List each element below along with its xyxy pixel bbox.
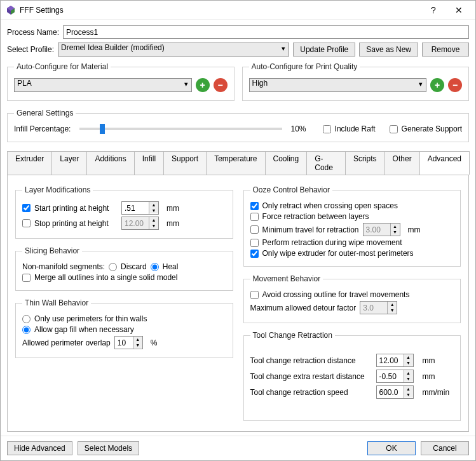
perimeter-overlap-unit: % — [151, 338, 158, 347]
tab-scripts[interactable]: Scripts — [345, 151, 385, 175]
infill-percentage-label: Infill Percentage: — [14, 124, 71, 133]
discard-radio[interactable] — [109, 263, 117, 271]
tc-speed-label: Tool change retraction speed — [250, 388, 371, 397]
movement-behavior-legend: Movement Behavior — [250, 274, 323, 283]
stop-printing-label: Stop printing at height — [34, 219, 109, 228]
auto-configure-quality-legend: Auto-Configure for Print Quality — [249, 62, 360, 71]
stop-printing-checkbox[interactable] — [22, 219, 31, 227]
stop-height-spinner: ▲▼ — [121, 217, 159, 230]
start-printing-checkbox[interactable] — [22, 204, 31, 212]
non-manifold-label: Non-manifold segments: — [22, 262, 105, 271]
update-profile-button[interactable]: Update Profile — [293, 43, 355, 57]
process-name-input[interactable] — [63, 25, 469, 39]
tc-speed-spinner[interactable]: ▲▼ — [376, 385, 414, 399]
tab-additions[interactable]: Additions — [86, 151, 134, 175]
perimeter-overlap-spinner[interactable]: ▲▼ — [114, 336, 143, 349]
only-retract-label: Only retract when crossing open spaces — [262, 201, 398, 210]
force-retraction-checkbox[interactable] — [250, 213, 259, 221]
generate-support-checkbox[interactable] — [390, 125, 398, 133]
auto-configure-material-legend: Auto-Configure for Material — [14, 62, 111, 71]
gap-fill-radio[interactable] — [22, 326, 31, 334]
tab-g-code[interactable]: G-Code — [306, 151, 346, 175]
tab-cooling[interactable]: Cooling — [265, 151, 308, 175]
avoid-crossing-label: Avoid crossing outline for travel moveme… — [262, 290, 410, 299]
movement-behavior-group: Movement Behavior Avoid crossing outline… — [243, 274, 461, 323]
force-retraction-label: Force retraction between layers — [262, 212, 369, 221]
tc-extra-spinner[interactable]: ▲▼ — [376, 370, 414, 383]
select-models-button[interactable]: Select Models — [78, 441, 139, 455]
include-raft-checkbox[interactable] — [323, 125, 331, 133]
app-logo-icon — [6, 5, 16, 15]
window-title: FFF Settings — [20, 6, 421, 15]
thin-wall-behavior-group: Thin Wall Behavior Only use perimeters f… — [15, 298, 233, 358]
tc-speed-unit: mm/min — [423, 388, 450, 397]
include-raft-label: Include Raft — [335, 124, 376, 133]
remove-quality-button[interactable]: − — [448, 78, 462, 92]
add-quality-button[interactable]: + — [430, 78, 444, 92]
quality-select[interactable]: High — [249, 78, 427, 92]
tab-extruder[interactable]: Extruder — [7, 151, 52, 175]
remove-material-button[interactable]: − — [214, 78, 228, 92]
cancel-button[interactable]: Cancel — [421, 441, 469, 455]
only-retract-checkbox[interactable] — [250, 202, 259, 210]
auto-configure-material-group: Auto-Configure for Material PLA + − — [7, 62, 235, 101]
tc-extra-unit: mm — [423, 372, 435, 381]
tc-distance-unit: mm — [423, 356, 435, 365]
infill-slider-thumb[interactable] — [100, 124, 105, 134]
layer-modifications-legend: Layer Modifications — [22, 185, 93, 194]
tab-temperature[interactable]: Temperature — [206, 151, 265, 175]
thin-wall-behavior-legend: Thin Wall Behavior — [22, 298, 91, 307]
tab-infill[interactable]: Infill — [134, 151, 164, 175]
tool-change-retraction-legend: Tool Change Retraction — [250, 331, 335, 340]
slicing-behavior-legend: Slicing Behavior — [22, 246, 82, 255]
auto-configure-quality-group: Auto-Configure for Print Quality High + … — [242, 62, 470, 101]
perform-wipe-label: Perform retraction during wipe movement — [262, 238, 402, 247]
merge-outlines-checkbox[interactable] — [22, 274, 31, 282]
material-select[interactable]: PLA — [14, 78, 192, 92]
slicing-behavior-group: Slicing Behavior Non-manifold segments: … — [15, 246, 233, 291]
detour-factor-spinner: ▲▼ — [360, 301, 397, 314]
ooze-control-group: Ooze Control Behavior Only retract when … — [243, 185, 461, 267]
perimeter-overlap-label: Allowed perimeter overlap — [22, 338, 111, 347]
avoid-crossing-checkbox[interactable] — [250, 291, 259, 299]
start-height-unit: mm — [167, 204, 179, 213]
infill-percentage-value: 10% — [291, 124, 306, 133]
start-printing-label: Start printing at height — [34, 204, 109, 213]
only-wipe-label: Only wipe extruder for outer-most perime… — [262, 249, 414, 258]
close-button[interactable]: ✕ — [446, 5, 472, 15]
ooze-control-legend: Ooze Control Behavior — [250, 185, 332, 194]
perimeters-only-radio[interactable] — [22, 315, 31, 323]
merge-outlines-label: Merge all outlines into a single solid m… — [34, 273, 177, 282]
start-height-spinner[interactable]: ▲▼ — [121, 201, 159, 215]
hide-advanced-button[interactable]: Hide Advanced — [7, 441, 72, 455]
tc-distance-spinner[interactable]: ▲▼ — [376, 354, 414, 367]
stop-height-unit: mm — [167, 219, 179, 228]
layer-modifications-group: Layer Modifications Start printing at he… — [15, 185, 233, 239]
ok-button[interactable]: OK — [367, 441, 416, 455]
general-settings-group: General Settings Infill Percentage: 10% … — [7, 109, 469, 142]
general-settings-legend: General Settings — [14, 109, 76, 117]
help-button[interactable]: ? — [421, 5, 446, 15]
save-as-new-button[interactable]: Save as New — [359, 43, 418, 57]
min-travel-checkbox[interactable] — [250, 225, 259, 234]
tool-change-retraction-group: Tool Change Retraction Tool change retra… — [243, 331, 461, 421]
only-wipe-checkbox[interactable] — [250, 250, 259, 258]
gap-fill-label: Allow gap fill when necessary — [34, 325, 134, 334]
discard-label: Discard — [121, 262, 147, 271]
tab-layer[interactable]: Layer — [51, 151, 87, 175]
perform-wipe-checkbox[interactable] — [250, 239, 259, 247]
heal-radio[interactable] — [151, 263, 159, 271]
min-travel-spinner: ▲▼ — [363, 223, 400, 236]
add-material-button[interactable]: + — [196, 78, 210, 92]
remove-profile-button[interactable]: Remove — [422, 43, 469, 57]
tc-extra-label: Tool change extra restart distance — [250, 372, 371, 381]
min-travel-unit: mm — [408, 225, 421, 234]
tab-support[interactable]: Support — [163, 151, 207, 175]
profile-select[interactable]: Dremel Idea Builder (modified) — [58, 43, 289, 57]
infill-slider[interactable] — [79, 128, 282, 130]
tab-other[interactable]: Other — [384, 151, 420, 175]
process-name-label: Process Name: — [7, 28, 59, 37]
tc-distance-label: Tool change retraction distance — [250, 356, 371, 365]
perimeters-only-label: Only use perimeters for thin walls — [34, 314, 147, 323]
tab-advanced[interactable]: Advanced — [419, 151, 470, 175]
